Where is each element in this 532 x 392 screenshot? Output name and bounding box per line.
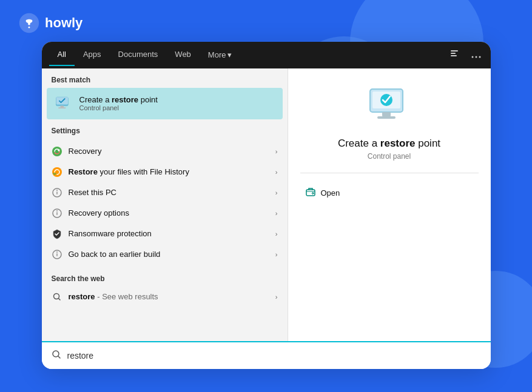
svg-rect-28 — [377, 116, 396, 119]
recovery-icon — [52, 146, 62, 157]
web-search-label: Search the web — [42, 267, 288, 287]
restore-point-icon — [54, 94, 73, 113]
svg-point-21 — [56, 251, 58, 253]
reset-pc-icon — [52, 187, 62, 198]
nav-tabs: All Apps Documents Web More ▾ — [49, 44, 447, 66]
right-panel-subtitle: Control panel — [368, 152, 411, 161]
right-panel: Create a restore point Control panel — [288, 68, 491, 341]
search-bar: restore — [42, 341, 491, 369]
tab-all[interactable]: All — [49, 44, 75, 66]
howly-icon — [18, 12, 40, 34]
nav-more-button[interactable] — [469, 48, 483, 62]
web-search-arrow: › — [275, 293, 278, 301]
right-panel-title: Create a restore point — [338, 138, 440, 150]
ransomware-arrow: › — [275, 230, 278, 238]
svg-point-13 — [52, 167, 62, 177]
person-icon — [450, 49, 459, 59]
restore-history-label: Restore your files with File History — [69, 167, 269, 176]
recovery-label: Recovery — [69, 147, 269, 156]
svg-rect-29 — [306, 190, 315, 196]
settings-label: Settings — [42, 119, 288, 139]
svg-rect-19 — [56, 212, 57, 215]
recovery-options-label: Recovery options — [69, 208, 269, 218]
right-actions: Open — [300, 183, 479, 204]
best-match-item[interactable]: Create a restore point Control panel — [47, 88, 283, 119]
svg-rect-11 — [58, 107, 66, 108]
settings-item-ransomware[interactable]: Ransomware protection › — [42, 224, 288, 244]
recovery-arrow: › — [275, 148, 278, 155]
ransomware-label: Ransomware protection — [69, 229, 269, 238]
settings-item-restore-history[interactable]: Restore your files with File History › — [42, 162, 288, 182]
restore-point-large-icon — [365, 87, 414, 129]
open-label: Open — [321, 188, 340, 198]
go-back-arrow: › — [275, 251, 278, 258]
brand-name: howly — [45, 15, 82, 31]
svg-rect-27 — [382, 112, 391, 116]
recovery-options-icon — [52, 208, 62, 219]
open-button[interactable]: Open — [300, 183, 479, 204]
best-match-subtitle: Control panel — [79, 104, 158, 111]
right-divider — [300, 173, 479, 173]
reset-pc-label: Reset this PC — [69, 188, 269, 197]
web-search-item[interactable]: restore - See web results › — [42, 287, 288, 307]
settings-item-go-back[interactable]: Go back to an earlier build › — [42, 244, 288, 265]
tab-web[interactable]: Web — [166, 44, 200, 66]
nav-search-button[interactable] — [447, 47, 462, 63]
svg-point-18 — [56, 210, 58, 211]
svg-rect-16 — [56, 191, 57, 194]
settings-item-reset-pc[interactable]: Reset this PC › — [42, 182, 288, 203]
svg-point-5 — [471, 56, 473, 58]
svg-point-1 — [29, 27, 30, 28]
go-back-label: Go back to an earlier build — [69, 250, 269, 259]
left-panel: Best match Create a restore point Contro… — [42, 68, 288, 341]
svg-rect-10 — [60, 105, 63, 107]
settings-list: Recovery › Restore your files with File … — [42, 139, 288, 267]
main-content: Best match Create a restore point Contro… — [42, 68, 491, 341]
go-back-icon — [52, 249, 62, 260]
svg-point-12 — [52, 147, 62, 156]
svg-rect-22 — [56, 253, 57, 256]
tab-documents[interactable]: Documents — [110, 44, 167, 66]
svg-rect-4 — [451, 55, 457, 56]
search-icon — [52, 291, 62, 302]
tab-more[interactable]: More ▾ — [200, 44, 241, 65]
recovery-options-arrow: › — [275, 210, 278, 217]
restore-history-arrow: › — [275, 168, 278, 176]
best-match-title: Create a restore point — [79, 95, 158, 104]
svg-point-6 — [475, 56, 477, 58]
svg-rect-2 — [451, 50, 458, 51]
nav-bar: All Apps Documents Web More ▾ — [42, 42, 491, 68]
chevron-down-icon: ▾ — [227, 50, 232, 59]
ellipsis-icon — [471, 56, 481, 58]
tab-apps[interactable]: Apps — [75, 44, 110, 66]
svg-rect-3 — [451, 53, 456, 54]
best-match-label: Best match — [42, 68, 288, 88]
svg-point-7 — [479, 56, 480, 58]
settings-item-recovery-options[interactable]: Recovery options › — [42, 203, 288, 224]
howly-logo: howly — [18, 12, 82, 34]
web-search-text: restore - See web results — [69, 292, 269, 301]
search-bar-icon — [52, 350, 61, 362]
settings-item-recovery[interactable]: Recovery › — [42, 141, 288, 162]
best-match-text: Create a restore point Control panel — [79, 95, 158, 111]
nav-actions — [447, 47, 483, 63]
shield-icon — [52, 228, 62, 239]
open-icon — [305, 187, 316, 200]
search-window: All Apps Documents Web More ▾ — [42, 42, 491, 369]
search-query[interactable]: restore — [67, 351, 94, 360]
svg-rect-9 — [56, 97, 68, 104]
restore-history-icon — [52, 167, 62, 178]
svg-point-15 — [56, 190, 58, 191]
reset-pc-arrow: › — [275, 189, 278, 196]
